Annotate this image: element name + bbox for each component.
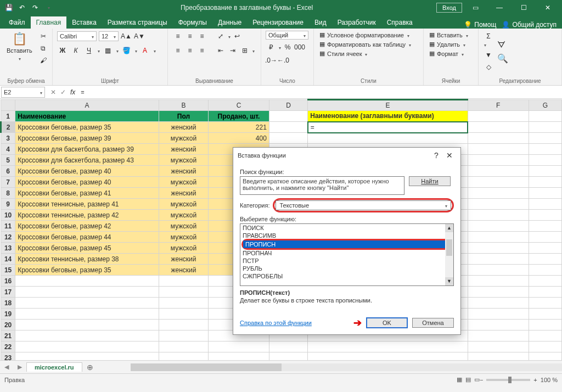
cell[interactable] [269, 352, 307, 361]
close-icon[interactable]: ✕ [537, 0, 559, 15]
col-header-F[interactable]: F [468, 100, 529, 111]
row-header[interactable]: 17 [1, 287, 15, 298]
maximize-icon[interactable]: ☐ [513, 0, 535, 15]
tab-home[interactable]: Главная [31, 16, 67, 29]
ok-button[interactable]: OK [366, 317, 408, 328]
cell[interactable] [529, 331, 561, 341]
autosum-icon[interactable]: Σ [483, 31, 494, 42]
cell[interactable]: мужской [159, 133, 209, 144]
cell[interactable]: женский [159, 144, 209, 155]
cell[interactable] [529, 122, 561, 133]
cell[interactable] [15, 352, 159, 361]
paste-button[interactable]: 📋 Вставить [4, 31, 35, 63]
formula-input[interactable]: = [78, 89, 562, 96]
row-header[interactable]: 8 [1, 188, 15, 199]
cell[interactable]: Кроссовки беговые, размер 39 [15, 133, 159, 144]
row-header[interactable]: 1 [1, 111, 15, 122]
tab-developer[interactable]: Разработчик [332, 16, 381, 29]
cancel-formula-icon[interactable]: ✕ [50, 88, 56, 96]
cell[interactable]: Кроссовки теннисные, размер 41 [15, 199, 159, 210]
cell[interactable] [529, 254, 561, 265]
cell[interactable] [529, 298, 561, 309]
tab-help[interactable]: Справка [381, 16, 418, 29]
cell[interactable] [468, 352, 529, 361]
cell[interactable] [159, 309, 209, 320]
new-sheet-icon[interactable]: ⊕ [82, 363, 98, 372]
cell[interactable]: Кроссовки беговые, размер 35 [15, 265, 159, 276]
view-normal-icon[interactable]: ▦ [457, 376, 462, 383]
orientation-more[interactable] [227, 32, 231, 40]
function-item[interactable]: ПРАВСИМВ [240, 232, 453, 239]
cell[interactable] [308, 133, 468, 144]
row-header[interactable]: 9 [1, 199, 15, 210]
cell[interactable]: Кроссовки теннисные, размер 38 [15, 254, 159, 265]
orientation-icon[interactable]: ⤢ [215, 31, 226, 42]
column-headers[interactable]: A B C D E F G [1, 100, 562, 111]
cell[interactable]: Кроссовки беговые, размер 42 [15, 221, 159, 232]
cell[interactable] [159, 331, 209, 341]
clear-icon[interactable]: ◇ [483, 61, 494, 72]
cell[interactable] [529, 243, 561, 254]
tab-file[interactable]: Файл [3, 16, 31, 29]
cell[interactable]: Кроссовки беговые, размер 45 [15, 243, 159, 254]
cell[interactable] [159, 352, 209, 361]
tab-insert[interactable]: Вставка [66, 16, 102, 29]
currency-more[interactable] [278, 43, 281, 51]
increase-indent-icon[interactable]: ⇥ [227, 45, 238, 56]
cell[interactable] [468, 144, 529, 155]
merge-icon[interactable]: ⊞ [239, 45, 250, 56]
cell[interactable]: Кроссовки беговые, размер 41 [15, 188, 159, 199]
sort-filter-icon[interactable]: ᗊ [497, 40, 508, 50]
search-input[interactable]: Введите краткое описание действия, котор… [240, 176, 404, 195]
cell[interactable] [468, 166, 529, 177]
font-name-combo[interactable]: Calibri [57, 31, 97, 41]
cell[interactable] [15, 287, 159, 298]
cell[interactable] [159, 276, 209, 287]
cell[interactable] [529, 155, 561, 166]
qat-more-icon[interactable] [44, 3, 53, 12]
col-header-E[interactable]: E [308, 100, 468, 111]
cell[interactable]: Кроссовки беговые, размер 40 [15, 166, 159, 177]
font-size-combo[interactable]: 12 [99, 31, 119, 41]
decrease-indent-icon[interactable]: ⇤ [215, 45, 226, 56]
zoom-in-icon[interactable]: + [533, 377, 537, 383]
cell[interactable] [15, 298, 159, 309]
undo-icon[interactable]: ↶ [18, 3, 26, 12]
cell[interactable] [468, 254, 529, 265]
cell[interactable] [468, 287, 529, 298]
cell[interactable] [529, 188, 561, 199]
format-as-table-button[interactable]: ▦Форматировать как таблицу [318, 40, 419, 48]
row-header[interactable]: 20 [1, 320, 15, 331]
underline-button[interactable]: Ч [83, 45, 94, 56]
tab-review[interactable]: Рецензирование [247, 16, 309, 29]
dialog-help-icon[interactable]: ? [430, 151, 443, 160]
border-more[interactable] [115, 47, 119, 54]
cell-styles-button[interactable]: ▦Стили ячеек [318, 49, 419, 58]
row-header[interactable]: 16 [1, 276, 15, 287]
fx-icon[interactable]: fx [70, 88, 75, 96]
cell[interactable] [15, 341, 159, 352]
cell[interactable] [468, 122, 529, 133]
function-item[interactable]: ПРОПНАЧ [240, 249, 453, 257]
row-header[interactable]: 15 [1, 265, 15, 276]
cell[interactable] [308, 341, 468, 352]
cell[interactable] [159, 298, 209, 309]
cell[interactable] [269, 341, 307, 352]
cell[interactable] [529, 232, 561, 243]
cell[interactable]: мужской [159, 210, 209, 221]
dialog-close-icon[interactable]: ✕ [443, 151, 456, 160]
fill-icon[interactable]: ▼ [483, 49, 494, 60]
ribbon-display-icon[interactable]: ▭ [464, 0, 486, 15]
cell[interactable] [529, 210, 561, 221]
cell[interactable] [529, 287, 561, 298]
cell[interactable] [468, 210, 529, 221]
cell[interactable] [159, 320, 209, 331]
wrap-text-icon[interactable]: ↩ [232, 31, 243, 42]
col-header-D[interactable]: D [269, 100, 307, 111]
function-item-selected[interactable]: ПРОПИСН [243, 240, 451, 248]
align-top-icon[interactable]: ≡ [172, 31, 183, 42]
cell[interactable] [15, 320, 159, 331]
sheet-tab[interactable]: microexcel.ru [26, 362, 82, 372]
row-header[interactable]: 5 [1, 155, 15, 166]
col-header-B[interactable]: B [159, 100, 209, 111]
